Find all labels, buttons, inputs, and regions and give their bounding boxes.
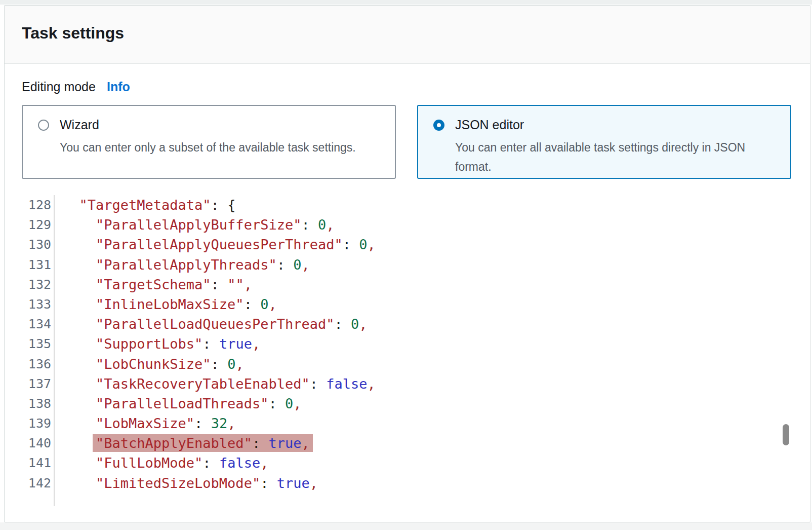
code-text: "TargetMetadata": {: [55, 195, 235, 215]
option-desc-json-editor: You can enter all available task setting…: [455, 138, 769, 176]
code-line[interactable]: 137 "TaskRecoveryTableEnabled": false,: [5, 374, 774, 394]
code-text: "ParallelLoadThreads": 0,: [55, 394, 301, 413]
code-line-empty[interactable]: [5, 493, 774, 506]
code-line[interactable]: 129 "ParallelApplyBufferSize": 0,: [5, 215, 774, 235]
code-text: "ParallelLoadQueuesPerThread": 0,: [55, 314, 368, 334]
line-number: 134: [5, 314, 55, 334]
line-number: 131: [5, 255, 55, 275]
code-text: "InlineLobMaxSize": 0,: [55, 294, 277, 314]
option-card-wizard[interactable]: Wizard You can enter only a subset of th…: [22, 105, 396, 179]
code-text: "LobChunkSize": 0,: [55, 354, 244, 374]
highlighted-code: "BatchApplyEnabled": true,: [93, 434, 313, 452]
info-link[interactable]: Info: [107, 80, 130, 94]
code-line[interactable]: 130 "ParallelApplyQueuesPerThread": 0,: [5, 235, 774, 254]
code-text: "LobMaxSize": 32,: [55, 413, 235, 433]
option-head: JSON editor: [433, 118, 776, 132]
line-number: 128: [5, 195, 55, 215]
code-text: "SupportLobs": true,: [55, 334, 260, 354]
line-number: 136: [5, 354, 55, 374]
code-line[interactable]: 142 "LimitedSizeLobMode": true,: [5, 473, 774, 493]
panel-header: Task settings: [5, 6, 810, 64]
option-desc-wizard: You can enter only a subset of the avail…: [60, 138, 374, 157]
code-text: "ParallelApplyQueuesPerThread": 0,: [55, 235, 376, 254]
page-bottom-divider: [0, 522, 812, 530]
option-title-json-editor: JSON editor: [455, 118, 524, 132]
panel-title: Task settings: [22, 24, 810, 43]
code-line[interactable]: 133 "InlineLobMaxSize": 0,: [5, 294, 774, 314]
code-text: "BatchApplyEnabled": true,: [55, 433, 310, 453]
line-number: 142: [5, 473, 55, 493]
code-line[interactable]: 132 "TargetSchema": "",: [5, 275, 774, 294]
line-number: 140: [5, 433, 55, 453]
code-text: "TaskRecoveryTableEnabled": false,: [55, 374, 376, 394]
code-line[interactable]: 139 "LobMaxSize": 32,: [5, 413, 774, 433]
radio-unselected-icon[interactable]: [38, 120, 49, 131]
line-number: 133: [5, 294, 55, 314]
code-line[interactable]: 135 "SupportLobs": true,: [5, 334, 774, 354]
line-number: 129: [5, 215, 55, 235]
code-line[interactable]: 141 "FullLobMode": false,: [5, 453, 774, 473]
line-number: 130: [5, 235, 55, 254]
editing-mode-options: Wizard You can enter only a subset of th…: [22, 105, 791, 179]
option-title-wizard: Wizard: [60, 118, 99, 132]
editing-mode-row: Editing modeInfo: [22, 80, 130, 94]
line-number: 132: [5, 275, 55, 294]
line-number: 141: [5, 453, 55, 473]
option-card-json-editor[interactable]: JSON editor You can enter all available …: [417, 105, 791, 179]
code-line[interactable]: 128 "TargetMetadata": {: [5, 195, 774, 215]
code-text: "ParallelApplyThreads": 0,: [55, 255, 310, 275]
code-line[interactable]: 138 "ParallelLoadThreads": 0,: [5, 394, 774, 413]
code-line[interactable]: 134 "ParallelLoadQueuesPerThread": 0,: [5, 314, 774, 334]
line-number: 139: [5, 413, 55, 433]
json-code-editor[interactable]: 128 "TargetMetadata": {129 "ParallelAppl…: [5, 195, 774, 506]
scrollbar-thumb[interactable]: [783, 424, 789, 445]
task-settings-panel: Task settings Editing modeInfo Wizard Yo…: [4, 5, 810, 522]
radio-selected-icon[interactable]: [433, 120, 444, 131]
code-text: "TargetSchema": "",: [55, 275, 252, 294]
option-head: Wizard: [38, 118, 381, 132]
line-number: 135: [5, 334, 55, 354]
code-line[interactable]: 131 "ParallelApplyThreads": 0,: [5, 255, 774, 275]
code-line[interactable]: 136 "LobChunkSize": 0,: [5, 354, 774, 374]
page-top-divider: [0, 0, 812, 5]
line-number: 137: [5, 374, 55, 394]
code-text: "LimitedSizeLobMode": true,: [55, 473, 318, 493]
editing-mode-label: Editing mode: [22, 80, 96, 94]
line-number: 138: [5, 394, 55, 413]
code-text: "FullLobMode": false,: [55, 453, 268, 473]
line-number: [5, 493, 55, 506]
code-text: "ParallelApplyBufferSize": 0,: [55, 215, 334, 235]
code-line[interactable]: 140 "BatchApplyEnabled": true,: [5, 433, 774, 453]
